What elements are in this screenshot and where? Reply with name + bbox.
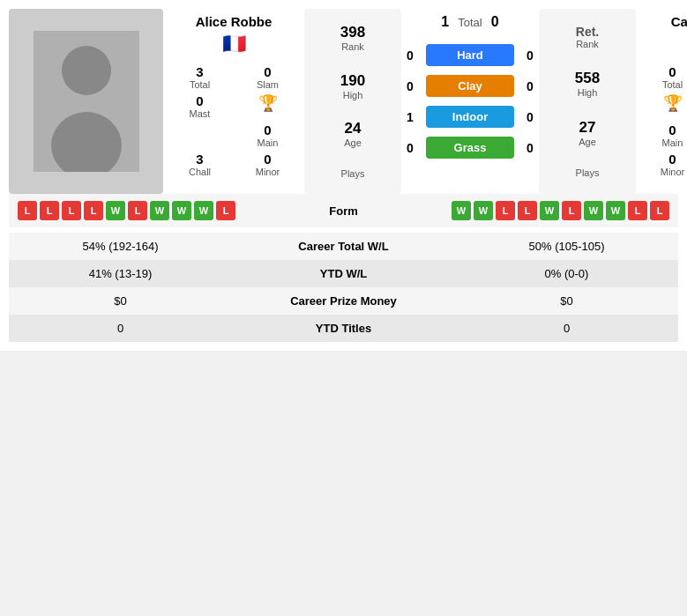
player1-total-value: 3 <box>196 64 203 79</box>
surface-row-hard: 0 Hard 0 <box>401 44 539 66</box>
stat-p2-1: 0% (0-0) <box>455 260 678 287</box>
player2-main-value: 0 <box>668 122 676 137</box>
stat-p2-2: $0 <box>455 287 678 315</box>
player2-high-value: 558 <box>575 70 600 87</box>
player1-rank-value: 398 <box>340 24 365 41</box>
form-badge-p2: L <box>496 201 515 220</box>
player2-minor-label: Minor <box>661 167 685 177</box>
surface-grass-badge: Grass <box>426 137 514 159</box>
form-badge-p2: W <box>584 201 603 220</box>
player1-chall-stat: 3 Chall <box>170 152 229 177</box>
form-badge-p1: W <box>150 201 169 220</box>
player2-main-label: Main <box>662 137 683 148</box>
form-badge-p1: W <box>106 201 125 220</box>
player1-details: 398 Rank 190 High 24 Age Plays <box>304 9 401 194</box>
form-badge-p2: W <box>540 201 559 220</box>
player1-main-label: Main <box>258 137 279 148</box>
player1-age-item: 24 Age <box>344 120 362 148</box>
player2-age-label: Age <box>579 137 596 147</box>
player1-total-stat: 3 Total <box>170 64 229 90</box>
player1-info: Alice Robbe 🇫🇷 3 Total 0 Slam 0 Mast 🏆 <box>163 9 304 194</box>
stat-p2-0: 50% (105-105) <box>455 233 678 260</box>
player1-age-value: 24 <box>345 120 362 137</box>
svg-point-1 <box>62 46 111 95</box>
surface-row-grass: 0 Grass 0 <box>401 137 539 159</box>
player2-rank-item: Ret. Rank <box>576 25 599 49</box>
stat-label-3: YTD Titles <box>232 315 455 342</box>
player1-age-label: Age <box>344 137 362 148</box>
player1-trophy: 🏆 <box>238 93 297 119</box>
surface-rows: 0 Hard 0 0 Clay 0 1 Indoor 0 0 Grass 0 <box>401 44 539 167</box>
stat-p1-1: 41% (13-19) <box>9 260 232 287</box>
form-player1: LLLLWLWWWL <box>18 201 282 220</box>
stats-row: 0 YTD Titles 0 <box>9 315 678 342</box>
player1-main-stat: 0 Main <box>238 122 297 148</box>
player2-name: Carla Touly <box>671 14 687 29</box>
surface-clay-p1-score: 0 <box>401 79 419 93</box>
player1-minor-value: 0 <box>264 152 271 167</box>
form-badge-p1: L <box>18 201 37 220</box>
surface-grass-p2-score: 0 <box>521 141 539 155</box>
surface-hard-p2-score: 0 <box>521 48 539 63</box>
player1-main-value: 0 <box>264 122 271 137</box>
player1-slam-stat: 0 Slam <box>238 64 297 90</box>
stat-p1-2: $0 <box>9 287 232 315</box>
form-badge-p2: L <box>628 201 647 220</box>
player1-plays-item: Plays <box>341 168 365 179</box>
player1-high-item: 190 High <box>340 72 365 100</box>
surface-grass-p1-score: 0 <box>401 141 419 155</box>
form-badge-p1: L <box>40 201 59 220</box>
stats-row: 54% (192-164) Career Total W/L 50% (105-… <box>9 233 678 260</box>
surface-indoor-badge: Indoor <box>426 106 514 128</box>
player1-mast-label: Mast <box>190 108 211 119</box>
surface-hard-p1-score: 0 <box>401 48 419 63</box>
center-section: 1 Total 0 0 Hard 0 0 Clay 0 1 Indoor 0 0… <box>401 9 539 194</box>
player1-minor-label: Minor <box>256 167 280 177</box>
stats-row: $0 Career Prize Money $0 <box>9 287 678 315</box>
stat-label-0: Career Total W/L <box>232 233 455 260</box>
player1-high-label: High <box>343 90 363 100</box>
player1-flag: 🇫🇷 <box>222 33 246 56</box>
form-badge-p2: L <box>518 201 537 220</box>
form-player2: WWLLWLWWLL <box>406 201 670 220</box>
total-label: Total <box>458 16 482 29</box>
surface-indoor-p2-score: 0 <box>521 110 539 124</box>
player1-rank-item: 398 Rank <box>340 24 365 52</box>
stats-table: 54% (192-164) Career Total W/L 50% (105-… <box>9 233 678 342</box>
player1-mast-stat: 0 Mast <box>170 93 229 119</box>
player2-age-item: 27 Age <box>579 119 596 147</box>
form-badge-p1: W <box>194 201 213 220</box>
player2-rank-label: Rank <box>576 39 599 49</box>
top-section: Alice Robbe 🇫🇷 3 Total 0 Slam 0 Mast 🏆 <box>9 9 678 194</box>
form-badge-p2: L <box>650 201 669 220</box>
surface-hard-badge: Hard <box>426 44 514 66</box>
surface-row-indoor: 1 Indoor 0 <box>401 106 539 128</box>
surface-row-clay: 0 Clay 0 <box>401 75 539 97</box>
surface-clay-p2-score: 0 <box>521 79 539 93</box>
player2-rank-value: Ret. <box>576 25 599 39</box>
form-badge-p2: W <box>474 201 493 220</box>
p2-total-score: 0 <box>491 14 499 30</box>
player2-details: Ret. Rank 558 High 27 Age Plays <box>539 9 636 194</box>
p1-total-score: 1 <box>441 14 449 30</box>
player1-total-label: Total <box>190 79 210 90</box>
stat-label-1: YTD W/L <box>232 260 455 287</box>
trophy2-icon: 🏆 <box>663 93 683 113</box>
player2-trophy: 🏆 <box>643 93 687 119</box>
player2-plays-item: Plays <box>576 167 600 178</box>
form-badge-p1: L <box>62 201 81 220</box>
player2-total-label: Total <box>662 79 683 90</box>
player1-chall-value: 3 <box>196 152 203 167</box>
player1-photo <box>9 9 163 194</box>
player1-plays-label: Plays <box>341 168 365 179</box>
player1-slam-label: Slam <box>257 79 279 90</box>
trophy1-icon: 🏆 <box>258 93 278 113</box>
form-badge-p2: W <box>606 201 625 220</box>
player2-minor-value: 0 <box>668 152 676 167</box>
form-badge-p1: L <box>216 201 235 220</box>
form-section: LLLLWLWWWL Form WWLLWLWWLL <box>9 194 678 227</box>
form-badge-p2: W <box>452 201 471 220</box>
total-header: 1 Total 0 <box>401 14 539 30</box>
stats-row: 41% (13-19) YTD W/L 0% (0-0) <box>9 260 678 287</box>
player1-high-value: 190 <box>340 72 365 90</box>
